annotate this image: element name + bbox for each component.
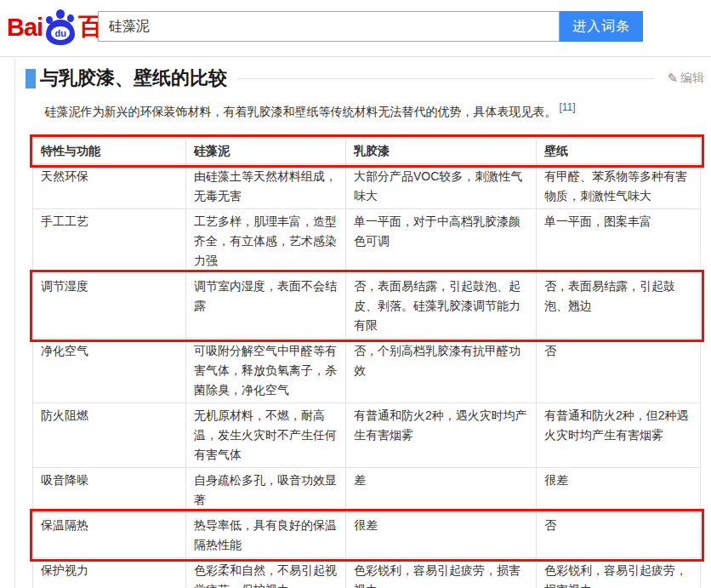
table-header-row: 特性与功能硅藻泥乳胶漆壁纸 bbox=[33, 139, 701, 164]
table-cell: 由硅藻土等天然材料组成，无毒无害 bbox=[186, 164, 346, 209]
table-cell: 单一平面，图案丰富 bbox=[537, 209, 701, 274]
table-cell: 热导率低，具有良好的保温隔热性能 bbox=[186, 513, 346, 558]
table-header-cell: 乳胶漆 bbox=[346, 139, 537, 164]
enter-entry-button[interactable]: 进入词条 bbox=[560, 11, 643, 42]
table-row: 手工工艺工艺多样，肌理丰富，造型齐全，有立体感，艺术感染力强单一平面，对于中高档… bbox=[33, 209, 701, 274]
table-cell: 差 bbox=[346, 468, 537, 513]
edit-link-label: 编辑 bbox=[680, 71, 704, 86]
section-title: 与乳胶漆、壁纸的比较 bbox=[40, 66, 227, 91]
table-cell: 保护视力 bbox=[33, 558, 186, 588]
table-row: 保温隔热热导率低，具有良好的保温隔热性能很差否 bbox=[33, 513, 701, 558]
table-header-cell: 特性与功能 bbox=[33, 139, 186, 164]
intro-paragraph: 硅藻泥作为新兴的环保装饰材料，有着乳胶漆和壁纸等传统材料无法替代的优势，具体表现… bbox=[26, 103, 685, 120]
section-header: 与乳胶漆、壁纸的比较 ✎ 编辑 bbox=[26, 66, 704, 90]
table-cell: 无机原材料，不燃，耐高温，发生火灾时不产生任何有害气体 bbox=[186, 403, 346, 468]
table-header-cell: 硅藻泥 bbox=[186, 139, 346, 164]
table-cell: 净化空气 bbox=[33, 339, 186, 403]
comparison-table: 特性与功能硅藻泥乳胶漆壁纸 天然环保由硅藻土等天然材料组成，无毒无害大部分产品V… bbox=[32, 138, 701, 588]
table-row: 调节湿度调节室内湿度，表面不会结露否，表面易结露，引起鼓泡、起皮、剥落。硅藻乳胶… bbox=[33, 274, 701, 339]
table-cell: 大部分产品VOC较多，刺激性气味大 bbox=[346, 164, 537, 209]
table-header-cell: 壁纸 bbox=[537, 139, 701, 164]
topbar: Bai du 百科 进入词条 bbox=[0, 0, 711, 56]
table-row: 吸音降噪自身疏松多孔，吸音功效显著差很差 bbox=[33, 468, 701, 513]
table-row: 净化空气可吸附分解空气中甲醛等有害气体，释放负氧离子，杀菌除臭，净化空气否，个别… bbox=[33, 339, 701, 403]
table-row: 天然环保由硅藻土等天然材料组成，无毒无害大部分产品VOC较多，刺激性气味大有甲醛… bbox=[33, 164, 701, 209]
table-cell: 保温隔热 bbox=[33, 513, 186, 558]
table-cell: 很差 bbox=[346, 513, 537, 558]
table-cell: 自身疏松多孔，吸音功效显著 bbox=[186, 468, 346, 513]
table-row: 保护视力色彩柔和自然，不易引起视觉疲劳，保护视力色彩锐利，容易引起疲劳，损害视力… bbox=[33, 558, 701, 588]
table-cell: 单一平面，对于中高档乳胶漆颜色可调 bbox=[346, 209, 537, 274]
table-cell: 否，个别高档乳胶漆有抗甲醛功效 bbox=[346, 339, 537, 403]
baidu-paw-icon: du bbox=[42, 9, 79, 46]
content-area: 与乳胶漆、壁纸的比较 ✎ 编辑 硅藻泥作为新兴的环保装饰材料，有着乳胶漆和壁纸等… bbox=[14, 57, 711, 588]
table-cell: 天然环保 bbox=[33, 164, 186, 209]
table-cell: 工艺多样，肌理丰富，造型齐全，有立体感，艺术感染力强 bbox=[186, 209, 346, 274]
table-row: 防火阻燃无机原材料，不燃，耐高温，发生火灾时不产生任何有害气体有普通和防火2种，… bbox=[33, 403, 701, 468]
table-cell: 手工工艺 bbox=[33, 209, 186, 274]
table-cell: 有普通和防火2种，但2种遇火灾时均产生有害烟雾 bbox=[537, 403, 701, 468]
table-cell: 很差 bbox=[537, 468, 701, 513]
table-body: 天然环保由硅藻土等天然材料组成，无毒无害大部分产品VOC较多，刺激性气味大有甲醛… bbox=[33, 164, 701, 588]
edit-link[interactable]: ✎ 编辑 bbox=[667, 71, 704, 86]
table-cell: 否，表面易结露，引起鼓泡、翘边 bbox=[537, 274, 701, 339]
heading-marker bbox=[26, 69, 36, 88]
table-cell: 否 bbox=[537, 513, 701, 558]
heading-rule bbox=[237, 78, 655, 79]
reference-link[interactable]: [11] bbox=[559, 101, 575, 113]
pencil-icon: ✎ bbox=[667, 71, 678, 86]
search-input[interactable] bbox=[98, 11, 560, 42]
table-cell: 可吸附分解空气中甲醛等有害气体，释放负氧离子，杀菌除臭，净化空气 bbox=[186, 339, 346, 403]
logo-text-du: du bbox=[51, 26, 70, 40]
intro-text: 硅藻泥作为新兴的环保装饰材料，有着乳胶漆和壁纸等传统材料无法替代的优势，具体表现… bbox=[44, 105, 556, 118]
table-cell: 吸音降噪 bbox=[33, 468, 186, 513]
table-cell: 色彩锐利，容易引起疲劳，损害视力 bbox=[537, 558, 701, 588]
table-cell: 有普通和防火2种，遇火灾时均产生有害烟雾 bbox=[346, 403, 537, 468]
table-cell: 防火阻燃 bbox=[33, 403, 186, 468]
table-cell: 调节室内湿度，表面不会结露 bbox=[186, 274, 346, 339]
table-cell: 否 bbox=[537, 339, 701, 403]
table-cell: 否，表面易结露，引起鼓泡、起皮、剥落。硅藻乳胶漆调节能力有限 bbox=[346, 274, 537, 339]
logo-text-bai: Bai bbox=[7, 14, 43, 42]
table-cell: 色彩锐利，容易引起疲劳，损害视力 bbox=[346, 558, 537, 588]
table-cell: 有甲醛、苯系物等多种有害物质，刺激性气味大 bbox=[537, 164, 701, 209]
table-cell: 色彩柔和自然，不易引起视觉疲劳，保护视力 bbox=[186, 558, 346, 588]
table-cell: 调节湿度 bbox=[33, 274, 186, 339]
